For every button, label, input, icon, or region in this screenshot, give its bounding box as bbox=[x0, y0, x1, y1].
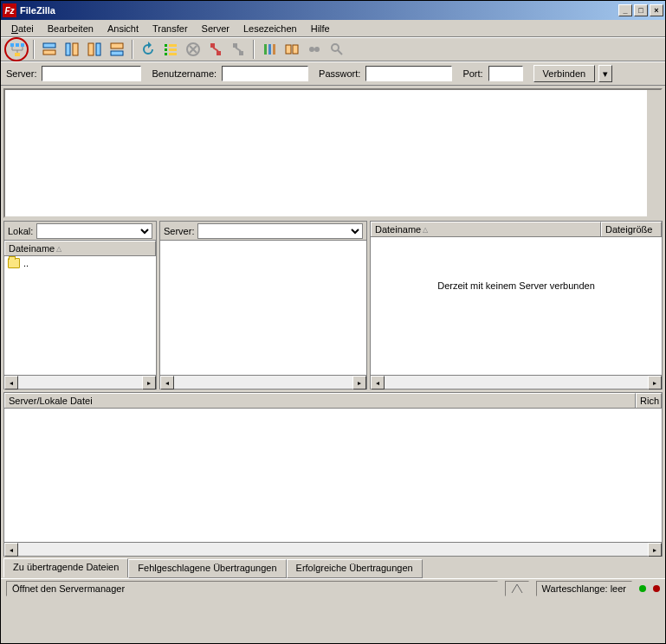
svg-rect-9 bbox=[96, 43, 100, 55]
refresh-button[interactable] bbox=[138, 39, 158, 60]
svg-rect-2 bbox=[21, 43, 24, 47]
local-hscroll[interactable]: ◂▸ bbox=[4, 375, 156, 389]
filename: .. bbox=[23, 258, 29, 268]
sync-browse-button[interactable] bbox=[304, 39, 325, 60]
message-log[interactable] bbox=[3, 88, 663, 218]
menu-transfer[interactable]: Transfer bbox=[145, 22, 195, 35]
svg-rect-20 bbox=[217, 51, 221, 55]
statusbar: Öffnet den Servermanager Warteschlange: … bbox=[1, 578, 665, 597]
svg-rect-12 bbox=[165, 44, 167, 47]
svg-rect-3 bbox=[15, 53, 20, 56]
search-button[interactable] bbox=[327, 39, 347, 60]
compare-button[interactable] bbox=[281, 39, 302, 60]
remote-list-pane: Dateiname△ Dateigröße Derzeit mit keinem… bbox=[370, 221, 663, 390]
activity-led-send bbox=[653, 585, 660, 592]
username-input[interactable] bbox=[222, 66, 308, 81]
local-pane: Lokal: Dateiname△ .. ◂▸ bbox=[3, 221, 157, 390]
col-server-local[interactable]: Server/Lokale Datei bbox=[4, 393, 636, 408]
reconnect-button[interactable] bbox=[228, 39, 249, 60]
cancel-button[interactable] bbox=[183, 39, 204, 60]
menubar: Datei Bearbeiten Ansicht Transfer Server… bbox=[1, 20, 665, 37]
menu-file[interactable]: Datei bbox=[4, 22, 41, 35]
local-file-list[interactable]: .. bbox=[4, 256, 156, 375]
status-hint: Öffnet den Servermanager bbox=[6, 581, 498, 596]
svg-rect-7 bbox=[73, 43, 78, 55]
tab-queued[interactable]: Zu übertragende Dateien bbox=[3, 558, 128, 577]
toggle-local-tree-button[interactable] bbox=[61, 39, 82, 60]
local-header: Lokal: bbox=[4, 222, 156, 241]
password-label: Passwort: bbox=[319, 68, 360, 79]
svg-rect-13 bbox=[165, 48, 167, 51]
server-input[interactable] bbox=[42, 66, 141, 81]
queue-tabs: Zu übertragende Dateien Fehlgeschlagene … bbox=[1, 559, 665, 578]
svg-rect-23 bbox=[264, 44, 267, 55]
not-connected-message: Derzeit mit keinem Server verbunden bbox=[371, 280, 662, 291]
connect-button[interactable]: Verbinden bbox=[533, 65, 596, 82]
svg-rect-11 bbox=[111, 51, 123, 55]
svg-rect-17 bbox=[169, 53, 177, 55]
sort-asc-icon: △ bbox=[423, 226, 428, 234]
list-item[interactable]: .. bbox=[4, 256, 156, 270]
col-direction[interactable]: Rich bbox=[636, 393, 662, 408]
toggle-remote-tree-button[interactable] bbox=[84, 39, 105, 60]
queue-pane: Server/Lokale Datei Rich ◂▸ bbox=[3, 392, 663, 557]
port-label: Port: bbox=[462, 68, 482, 79]
svg-rect-22 bbox=[239, 51, 243, 55]
toolbar-separator bbox=[253, 40, 255, 59]
username-label: Benutzername: bbox=[152, 68, 217, 79]
close-button[interactable]: × bbox=[650, 4, 663, 16]
col-filename[interactable]: Dateiname△ bbox=[4, 241, 156, 255]
col-filename[interactable]: Dateiname△ bbox=[371, 222, 601, 236]
menu-view[interactable]: Ansicht bbox=[100, 22, 145, 35]
queue-body[interactable] bbox=[4, 409, 662, 542]
log-scrollbar[interactable] bbox=[647, 90, 661, 216]
tab-successful[interactable]: Erfolgreiche Übertragungen bbox=[287, 559, 423, 578]
menu-bookmarks[interactable]: Lesezeichen bbox=[236, 22, 304, 35]
toolbar bbox=[1, 37, 665, 61]
remote-tree-header: Server: bbox=[160, 222, 366, 241]
password-input[interactable] bbox=[365, 66, 452, 81]
status-queue: Warteschlange: leer bbox=[536, 581, 632, 596]
minimize-button[interactable]: _ bbox=[618, 4, 632, 16]
activity-led-recv bbox=[639, 585, 646, 592]
svg-rect-0 bbox=[10, 43, 14, 47]
titlebar[interactable]: Fz FileZilla _ □ × bbox=[1, 1, 665, 20]
local-path-combo[interactable] bbox=[36, 223, 152, 239]
sort-asc-icon: △ bbox=[56, 245, 61, 253]
toggle-queue-button[interactable] bbox=[107, 39, 127, 60]
app-logo-icon: Fz bbox=[3, 3, 16, 17]
remote-path-combo[interactable] bbox=[197, 223, 363, 239]
svg-rect-6 bbox=[66, 43, 70, 55]
port-input[interactable] bbox=[488, 66, 523, 81]
toolbar-separator bbox=[132, 40, 133, 59]
menu-server[interactable]: Server bbox=[195, 22, 236, 35]
process-queue-button[interactable] bbox=[160, 39, 181, 60]
main-window: Fz FileZilla _ □ × Datei Bearbeiten Ansi… bbox=[0, 0, 666, 644]
toggle-log-button[interactable] bbox=[39, 39, 60, 60]
col-filesize[interactable]: Dateigröße bbox=[601, 222, 662, 236]
remote-list-hscroll[interactable]: ◂▸ bbox=[371, 375, 662, 389]
menu-help[interactable]: Hilfe bbox=[304, 22, 337, 35]
menu-edit[interactable]: Bearbeiten bbox=[41, 22, 100, 35]
connect-dropdown-button[interactable]: ▾ bbox=[598, 65, 612, 82]
svg-rect-14 bbox=[165, 53, 167, 55]
mid-section: Lokal: Dateiname△ .. ◂▸ Server: ◂▸ bbox=[1, 221, 665, 390]
svg-point-29 bbox=[314, 47, 320, 52]
remote-tree-body[interactable] bbox=[160, 241, 366, 375]
toolbar-separator bbox=[33, 40, 35, 59]
disconnect-button[interactable] bbox=[205, 39, 226, 60]
sitemanager-button[interactable] bbox=[4, 37, 29, 61]
svg-rect-1 bbox=[16, 43, 19, 47]
remote-file-list[interactable]: Derzeit mit keinem Server verbunden bbox=[371, 237, 662, 375]
filter-button[interactable] bbox=[259, 39, 280, 60]
remote-tree-hscroll[interactable]: ◂▸ bbox=[160, 375, 366, 389]
queue-hscroll[interactable]: ◂▸ bbox=[4, 542, 662, 556]
svg-rect-5 bbox=[43, 50, 55, 55]
svg-rect-24 bbox=[268, 44, 271, 55]
svg-rect-4 bbox=[43, 43, 55, 48]
maximize-button[interactable]: □ bbox=[634, 4, 648, 16]
svg-rect-10 bbox=[111, 43, 123, 48]
svg-rect-25 bbox=[273, 44, 275, 55]
tab-failed[interactable]: Fehlgeschlagene Übertragungen bbox=[128, 559, 286, 578]
svg-point-28 bbox=[309, 47, 314, 52]
